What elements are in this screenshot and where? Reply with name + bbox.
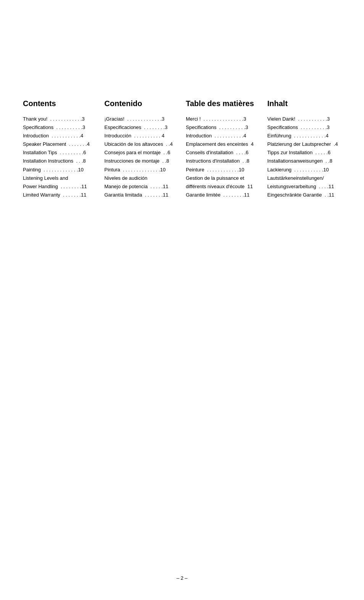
toc-item-1-8: Manejo de potencia . . . . .11 xyxy=(105,182,179,191)
toc-item-3-7: Lautstärkeneinstellungen/ xyxy=(267,174,341,182)
toc-column-2: Table des matièresMerci ! . . . . . . . … xyxy=(186,99,260,199)
toc-item-3-8: Leistungsverarbeitung . . . .11 xyxy=(267,182,341,191)
toc-item-1-0: ¡Gracias! . . . . . . . . . . . . .3 xyxy=(105,115,179,123)
toc-item-1-7: Niveles de audición xyxy=(105,174,179,182)
toc-heading-2: Table des matières xyxy=(186,99,260,108)
toc-column-0: ContentsThank you! . . . . . . . . . . .… xyxy=(23,99,97,199)
toc-item-2-0: Merci ! . . . . . . . . . . . . . . .3 xyxy=(186,115,260,123)
toc-heading-0: Contents xyxy=(23,99,97,108)
toc-item-2-2: Introduction . . . . . . . . . . .4 xyxy=(186,132,260,140)
toc-item-1-4: Consejos para el montaje . .6 xyxy=(105,148,179,157)
toc-item-1-9: Garantía limitada . . . . . . .11 xyxy=(105,191,179,199)
toc-item-3-2: Einführung . . . . . . . . . . . .4 xyxy=(267,132,341,140)
page-number: – 2 – xyxy=(177,575,188,581)
toc-item-3-1: Specifications . . . . . . . . . .3 xyxy=(267,123,341,132)
toc-heading-1: Contenido xyxy=(105,99,179,108)
toc-item-0-9: Limited Warranty . . . . . . .11 xyxy=(23,191,97,199)
toc-item-0-5: Installation Instructions . . .8 xyxy=(23,157,97,165)
toc-item-3-6: Lackierung . . . . . . . . . . .10 xyxy=(267,166,341,174)
page: ContentsThank you! . . . . . . . . . . .… xyxy=(0,0,364,600)
toc-item-2-8: différents niveaux d'écoute 11 xyxy=(186,182,260,191)
toc-item-0-3: Speaker Placement . . . . . . .4 xyxy=(23,140,97,148)
toc-item-1-2: Introducción . . . . . . . . . . 4 xyxy=(105,132,179,140)
toc-item-2-9: Garantie limitée . . . . . . . .11 xyxy=(186,191,260,199)
toc-item-3-3: Platzierung der Lautsprecher .4 xyxy=(267,140,341,148)
toc-item-2-4: Conseils d'installation . . . .6 xyxy=(186,148,260,157)
toc-item-0-6: Painting . . . . . . . . . . . . .10 xyxy=(23,166,97,174)
toc-item-3-4: Tipps zur Installation . . . . .6 xyxy=(267,148,341,157)
toc-item-3-0: Vielen Dank! . . . . . . . . . . .3 xyxy=(267,115,341,123)
toc-item-0-8: Power Handling . . . . . . . .11 xyxy=(23,182,97,191)
toc-item-0-1: Specifications . . . . . . . . . .3 xyxy=(23,123,97,132)
toc-item-2-7: Gestion de la puissance et xyxy=(186,174,260,182)
toc-item-0-2: Introduction . . . . . . . . . . .4 xyxy=(23,132,97,140)
toc-item-2-1: Specifications . . . . . . . . . .3 xyxy=(186,123,260,132)
toc-heading-3: Inhalt xyxy=(267,99,341,108)
toc-grid: ContentsThank you! . . . . . . . . . . .… xyxy=(23,99,341,199)
toc-item-0-0: Thank you! . . . . . . . . . . . .3 xyxy=(23,115,97,123)
toc-item-0-7: Listening Levels and xyxy=(23,174,97,182)
toc-column-3: InhaltVielen Dank! . . . . . . . . . . .… xyxy=(267,99,341,199)
toc-item-2-3: Emplacement des enceintes 4 xyxy=(186,140,260,148)
toc-item-3-9: Eingeschränkte Garantie . .11 xyxy=(267,191,341,199)
toc-column-1: Contenido¡Gracias! . . . . . . . . . . .… xyxy=(105,99,179,199)
toc-item-2-6: Peinture . . . . . . . . . . . .10 xyxy=(186,166,260,174)
toc-item-1-6: Pintura . . . . . . . . . . . . . .10 xyxy=(105,166,179,174)
toc-item-2-5: Instructions d'installation . .8 xyxy=(186,157,260,165)
toc-item-1-5: Instrucciones de montaje . .8 xyxy=(105,157,179,165)
toc-item-3-5: Installationsanweisungen . .8 xyxy=(267,157,341,165)
toc-item-1-3: Ubicación de los altavoces . .4 xyxy=(105,140,179,148)
toc-item-0-4: Installation Tips . . . . . . . . .6 xyxy=(23,148,97,157)
toc-item-1-1: Especificaciones . . . . . . . .3 xyxy=(105,123,179,132)
